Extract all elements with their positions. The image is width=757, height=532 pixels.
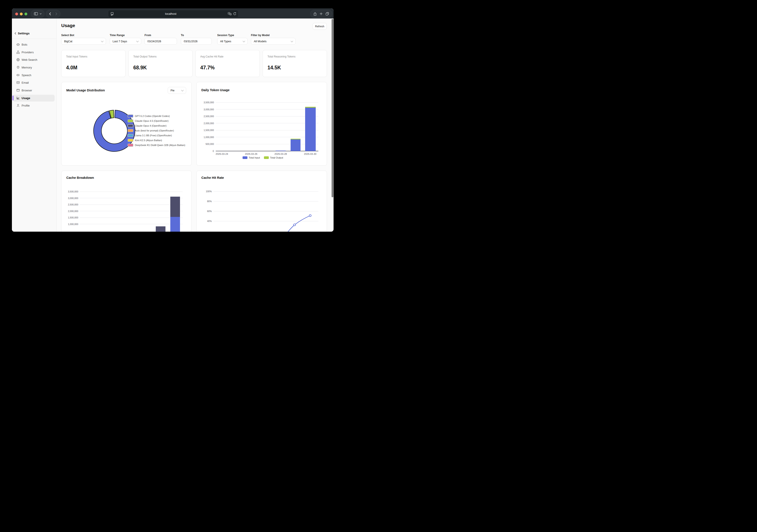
- filter-label: To: [181, 34, 184, 37]
- reload-icon[interactable]: [233, 12, 236, 15]
- bar-total-input: [276, 151, 286, 151]
- chart-title: Daily Token Usage: [201, 88, 229, 92]
- address-bar[interactable]: localhost A: [108, 10, 239, 17]
- sidebar-header[interactable]: Settings: [15, 32, 30, 35]
- sidebar-item-label: Bots: [21, 43, 27, 46]
- legend-item[interactable]: Claude Opus 4.5 (OpenRouter): [128, 118, 185, 123]
- sidebar-item-usage[interactable]: Usage: [13, 95, 55, 102]
- legend-item[interactable]: Llama 3.1 8B (Free) (OpenRouter): [128, 133, 185, 138]
- time-range-dropdown[interactable]: Last 7 Days: [110, 38, 141, 45]
- legend-item[interactable]: Total Output: [264, 156, 283, 159]
- daily-token-usage-card: Daily Token Usage 3,500,000 3,000,000 2,…: [196, 82, 327, 165]
- legend-label: Total Input: [249, 156, 260, 159]
- y-tick: 3,000,000: [198, 108, 214, 111]
- sidebar-item-label: Memory: [21, 66, 32, 69]
- sidebar-item-label: Usage: [21, 97, 30, 100]
- to-date-field[interactable]: 03/31/2026: [181, 38, 212, 45]
- sidebar-item-email[interactable]: Email: [13, 79, 55, 86]
- stat-label: Avg Cache Hit Rate: [200, 55, 224, 58]
- legend-item[interactable]: DeepSeek R1 Distill Qwen 32B (Aliyun Bai…: [128, 143, 185, 148]
- stat-value: 14.5K: [267, 65, 281, 71]
- x-tick: 2026-03-30: [300, 153, 320, 155]
- sidebar-item-profile[interactable]: Profile: [13, 102, 55, 109]
- legend-swatch: [128, 134, 133, 137]
- hit-rate-line-chart: [197, 171, 327, 232]
- session-type-dropdown[interactable]: All Types: [217, 38, 248, 45]
- filter-label: Select Bot: [61, 34, 74, 37]
- legend-label: Claude Opus 4.5 (OpenRouter): [135, 120, 168, 122]
- sidebar-item-label: Email: [21, 81, 29, 84]
- sidebar-item-bots[interactable]: Bots: [13, 41, 55, 48]
- legend-label: DeepSeek R1 Distill Qwen 32B (Aliyun Bai…: [135, 144, 185, 146]
- y-tick: 2,500,000: [63, 203, 78, 206]
- select-bot-value: BigCat: [64, 40, 101, 43]
- y-tick: 500,000: [198, 143, 214, 145]
- legend-item[interactable]: Total Input: [243, 156, 260, 159]
- tab-overview-icon[interactable]: [326, 12, 329, 15]
- legend-label: Kimi K2.5 (Aliyun Bailian): [135, 139, 162, 142]
- bar-total-input: [290, 139, 300, 151]
- page-scrollbar[interactable]: [332, 19, 333, 197]
- daily-chart-legend: Total Input Total Output: [243, 156, 283, 159]
- close-window-button[interactable]: [15, 13, 18, 15]
- legend-label: Auto (best for prompt) (OpenRouter): [135, 129, 174, 132]
- legend-item[interactable]: GPT-5.2 Codex (OpenAI Codex): [128, 114, 185, 118]
- pie-legend: GPT-5.2 Codex (OpenAI Codex) Claude Opus…: [128, 114, 185, 148]
- chart-title: Cache Breakdown: [66, 176, 94, 179]
- model-filter-value: All Models: [254, 40, 291, 43]
- back-icon[interactable]: [47, 12, 53, 15]
- sidebar-item-label: Browser: [21, 89, 32, 92]
- x-tick: 2026-03-24: [212, 153, 232, 155]
- brain-icon: [16, 66, 20, 69]
- back-chevron-icon[interactable]: [15, 32, 16, 35]
- from-date-value: 03/24/2026: [147, 40, 174, 43]
- select-bot-dropdown[interactable]: BigCat: [61, 38, 106, 45]
- to-date-value: 03/31/2026: [184, 40, 209, 43]
- stat-value: 68.9K: [133, 65, 147, 71]
- settings-sidebar: Settings Bots Providers: [12, 18, 57, 232]
- refresh-button[interactable]: Refresh: [313, 23, 327, 30]
- sidebar-toggle-button[interactable]: [31, 10, 45, 17]
- y-tick: 3,500,000: [63, 190, 78, 193]
- legend-item[interactable]: Claude Opus 4 (OpenRouter): [128, 123, 185, 128]
- y-tick: 3,000,000: [63, 197, 78, 199]
- sidebar-item-web-search[interactable]: Web Search: [13, 56, 55, 63]
- legend-swatch: [128, 114, 133, 118]
- window-action-group: [310, 10, 332, 17]
- sidebar-item-providers[interactable]: Providers: [13, 49, 55, 56]
- sidebar-toggle-icon: [34, 12, 38, 15]
- envelope-icon: [16, 81, 20, 84]
- legend-label: Total Output: [270, 156, 283, 159]
- session-type-value: All Types: [220, 40, 243, 43]
- model-filter-dropdown[interactable]: All Models: [251, 38, 296, 45]
- legend-item[interactable]: Kimi K2.5 (Aliyun Bailian): [128, 138, 185, 143]
- cache-breakdown-card: Cache Breakdown 3,500,000 3,000,000 2,50…: [61, 171, 192, 232]
- sidebar-item-label: Speech: [21, 74, 31, 77]
- y-tick: 1,500,000: [198, 129, 214, 132]
- share-icon[interactable]: [314, 12, 317, 15]
- minimize-window-button[interactable]: [20, 13, 23, 15]
- browser-titlebar: localhost A: [12, 8, 334, 18]
- translate-icon[interactable]: A: [228, 12, 231, 15]
- stat-card-total-output: Total Output Tokens 68.9K: [129, 50, 193, 77]
- from-date-field[interactable]: 03/24/2026: [144, 38, 177, 45]
- new-tab-icon[interactable]: [320, 12, 322, 15]
- sidebar-item-browser[interactable]: Browser: [13, 87, 55, 94]
- sidebar-item-speech[interactable]: Speech: [13, 72, 55, 78]
- legend-swatch: [128, 129, 133, 132]
- person-icon: [16, 104, 20, 107]
- zoom-window-button[interactable]: [24, 13, 27, 15]
- legend-item[interactable]: Auto (best for prompt) (OpenRouter): [128, 128, 185, 133]
- y-tick: 1,000,000: [198, 136, 214, 138]
- globe-icon: [16, 58, 20, 61]
- y-tick: 3,500,000: [198, 101, 214, 104]
- page-format-icon[interactable]: [110, 12, 114, 15]
- stat-card-total-input: Total Input Tokens 4.0M: [61, 50, 126, 77]
- browser-window: localhost A: [12, 8, 334, 232]
- nav-button-group: [46, 10, 60, 17]
- filter-label: Session Type: [217, 34, 234, 37]
- forward-icon[interactable]: [53, 12, 59, 15]
- legend-swatch: [128, 144, 133, 147]
- sidebar-item-memory[interactable]: Memory: [13, 64, 55, 71]
- stat-label: Total Input Tokens: [66, 55, 87, 58]
